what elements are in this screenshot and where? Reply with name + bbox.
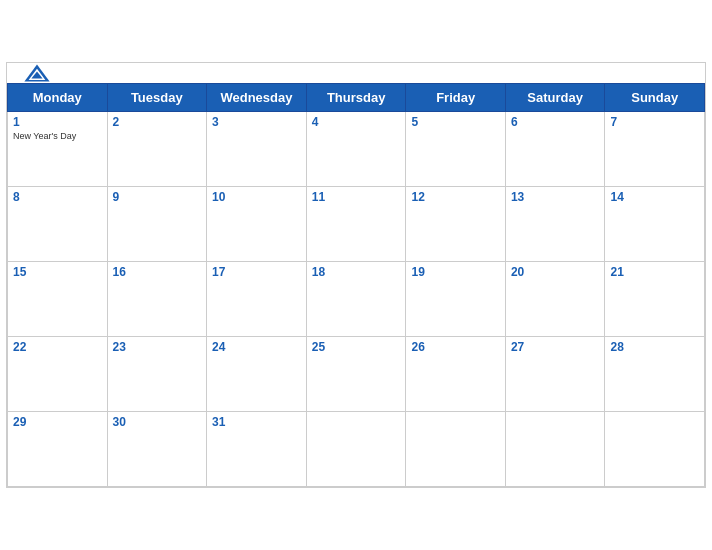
calendar-cell (605, 412, 705, 487)
day-number: 6 (511, 115, 600, 129)
logo (23, 63, 51, 83)
calendar-cell: 15 (8, 262, 108, 337)
calendar-cell: 23 (107, 337, 207, 412)
calendar-cell: 29 (8, 412, 108, 487)
day-number: 11 (312, 190, 401, 204)
calendar-cell: 18 (306, 262, 406, 337)
weekday-header-sunday: Sunday (605, 84, 705, 112)
calendar-cell: 22 (8, 337, 108, 412)
day-number: 7 (610, 115, 699, 129)
day-number: 25 (312, 340, 401, 354)
day-number: 13 (511, 190, 600, 204)
day-number: 31 (212, 415, 301, 429)
calendar-cell: 9 (107, 187, 207, 262)
weekday-header-saturday: Saturday (505, 84, 605, 112)
week-row-1: 1New Year's Day234567 (8, 112, 705, 187)
calendar-cell: 28 (605, 337, 705, 412)
calendar-cell: 25 (306, 337, 406, 412)
weekday-header-monday: Monday (8, 84, 108, 112)
day-number: 5 (411, 115, 499, 129)
calendar-cell: 7 (605, 112, 705, 187)
calendar-cell: 5 (406, 112, 505, 187)
calendar-cell: 24 (207, 337, 307, 412)
day-number: 30 (113, 415, 202, 429)
day-number: 8 (13, 190, 102, 204)
calendar-cell: 11 (306, 187, 406, 262)
day-number: 26 (411, 340, 499, 354)
weekday-header-thursday: Thursday (306, 84, 406, 112)
day-number: 1 (13, 115, 102, 129)
calendar-cell: 19 (406, 262, 505, 337)
calendar-cell: 26 (406, 337, 505, 412)
calendar: MondayTuesdayWednesdayThursdayFridaySatu… (6, 62, 706, 488)
calendar-cell (306, 412, 406, 487)
weekday-header-tuesday: Tuesday (107, 84, 207, 112)
day-number: 28 (610, 340, 699, 354)
calendar-cell: 2 (107, 112, 207, 187)
day-number: 19 (411, 265, 499, 279)
day-number: 22 (13, 340, 102, 354)
calendar-cell: 6 (505, 112, 605, 187)
calendar-cell: 21 (605, 262, 705, 337)
day-number: 12 (411, 190, 499, 204)
week-row-3: 15161718192021 (8, 262, 705, 337)
day-number: 14 (610, 190, 699, 204)
weekday-header-friday: Friday (406, 84, 505, 112)
calendar-cell: 14 (605, 187, 705, 262)
calendar-cell: 10 (207, 187, 307, 262)
day-number: 16 (113, 265, 202, 279)
weekday-header-wednesday: Wednesday (207, 84, 307, 112)
calendar-header (7, 63, 705, 83)
calendar-cell: 12 (406, 187, 505, 262)
week-row-4: 22232425262728 (8, 337, 705, 412)
day-number: 10 (212, 190, 301, 204)
calendar-cell: 17 (207, 262, 307, 337)
calendar-cell: 27 (505, 337, 605, 412)
day-number: 4 (312, 115, 401, 129)
calendar-cell: 31 (207, 412, 307, 487)
calendar-cell: 13 (505, 187, 605, 262)
calendar-cell: 4 (306, 112, 406, 187)
day-number: 21 (610, 265, 699, 279)
day-number: 17 (212, 265, 301, 279)
day-number: 2 (113, 115, 202, 129)
week-row-2: 891011121314 (8, 187, 705, 262)
calendar-cell: 1New Year's Day (8, 112, 108, 187)
day-number: 18 (312, 265, 401, 279)
weekday-header-row: MondayTuesdayWednesdayThursdayFridaySatu… (8, 84, 705, 112)
calendar-cell: 16 (107, 262, 207, 337)
calendar-cell: 20 (505, 262, 605, 337)
day-number: 24 (212, 340, 301, 354)
calendar-cell: 30 (107, 412, 207, 487)
day-number: 23 (113, 340, 202, 354)
calendar-cell (406, 412, 505, 487)
day-number: 27 (511, 340, 600, 354)
calendar-table: MondayTuesdayWednesdayThursdayFridaySatu… (7, 83, 705, 487)
day-number: 15 (13, 265, 102, 279)
holiday-label: New Year's Day (13, 131, 102, 141)
week-row-5: 293031 (8, 412, 705, 487)
calendar-cell (505, 412, 605, 487)
logo-icon (23, 63, 51, 83)
day-number: 9 (113, 190, 202, 204)
calendar-cell: 3 (207, 112, 307, 187)
day-number: 3 (212, 115, 301, 129)
day-number: 20 (511, 265, 600, 279)
day-number: 29 (13, 415, 102, 429)
calendar-cell: 8 (8, 187, 108, 262)
